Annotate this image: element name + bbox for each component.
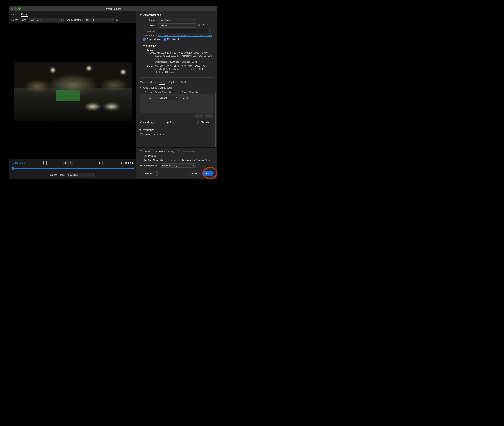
- import-preset-icon[interactable]: [202, 24, 205, 27]
- format-select[interactable]: QuickTime▼: [158, 18, 196, 22]
- output-name-link[interactable]: VID_2023_11_04_16_10_16_20231106144117_1…: [158, 34, 212, 37]
- chevron-down-icon: ▼: [193, 164, 194, 166]
- remove-stream-button[interactable]: -: [205, 114, 213, 118]
- close-window-icon[interactable]: [11, 7, 13, 10]
- time-interpolation-select[interactable]: Frame Sampling▼: [161, 163, 196, 168]
- bottom-options-panel: Use Maximum Render Quality Use Previews …: [136, 147, 217, 179]
- crop-icon[interactable]: [98, 161, 103, 165]
- source-range-label: Source Range:: [50, 174, 65, 176]
- settings-panel: Export Settings Format: QuickTime▼ Prese…: [136, 11, 217, 179]
- checkbox-icon: [140, 150, 142, 153]
- aspect-ratio-icon[interactable]: [116, 18, 120, 22]
- tab-captions[interactable]: Captions: [168, 81, 177, 85]
- max-render-quality-checkbox[interactable]: Use Maximum Render Quality: [140, 150, 176, 153]
- source-channels-value[interactable]: 1 - 4: [183, 97, 210, 99]
- stream-row: 1 4 Channels▼ 1 - 4: [141, 94, 213, 101]
- audio-is-ambisonics-checkbox[interactable]: Audio Is Ambisonics: [140, 133, 214, 136]
- out-point-icon[interactable]: [133, 168, 135, 170]
- source-rotation-label: Source Rotation:: [66, 19, 83, 21]
- chevron-down-icon: ▼: [92, 174, 94, 176]
- transport-bar: 00:00:00:00 Fit▼ 00:00:32:06: [9, 159, 136, 179]
- channel-layout-label: Channel Layout:: [140, 121, 157, 124]
- summary-header[interactable]: Summary: [143, 44, 214, 47]
- checkbox-icon: [140, 133, 143, 136]
- video-preview: [14, 62, 132, 121]
- col-source-channels: Source Channels: [182, 91, 212, 93]
- zoom-select[interactable]: Fit▼: [63, 161, 73, 165]
- window-title: Export Settings: [105, 7, 121, 10]
- radio-icon: [166, 121, 169, 123]
- checkbox-icon: [178, 159, 180, 162]
- chevron-down-icon: ▼: [61, 19, 62, 21]
- preset-label: Preset:: [140, 24, 157, 27]
- add-stream-button[interactable]: +: [195, 114, 203, 118]
- source-rotation-select[interactable]: None (0)▼: [85, 18, 114, 22]
- use-previews-checkbox: Use Previews: [178, 150, 195, 153]
- summary-source-label: Source:: [147, 65, 154, 67]
- comments-input[interactable]: [158, 29, 210, 33]
- chevron-down-icon: ▼: [111, 19, 113, 21]
- scrollbar[interactable]: [215, 23, 216, 144]
- preview-panel: Source Output Source Scaling: Scale To F…: [9, 11, 136, 179]
- tab-audio[interactable]: Audio: [159, 81, 165, 85]
- export-settings-header[interactable]: Export Settings: [140, 14, 214, 16]
- radio-discrete[interactable]: Discrete: [197, 121, 209, 124]
- step-back-icon[interactable]: [43, 162, 44, 164]
- audio-channel-config-header[interactable]: Audio Channel Configuration: [140, 86, 214, 89]
- comments-label: Comments:: [140, 30, 157, 32]
- cancel-button[interactable]: Cancel: [187, 171, 200, 176]
- save-preset-icon[interactable]: [198, 24, 200, 27]
- chevron-down-icon: ▼: [193, 24, 195, 26]
- export-settings-window: Export Settings Source Output Source Sca…: [9, 6, 217, 179]
- chevron-down-icon: ▼: [70, 162, 72, 164]
- timecode-end: 00:00:32:06: [121, 162, 134, 164]
- delete-preset-icon[interactable]: [206, 24, 209, 27]
- collapse-icon: [140, 14, 142, 16]
- tab-effects[interactable]: Effects: [140, 81, 146, 85]
- tab-video[interactable]: Video: [150, 81, 156, 85]
- radio-mono[interactable]: Mono: [166, 121, 176, 124]
- dialog-body: Source Output Source Scaling: Scale To F…: [9, 11, 217, 179]
- source-scaling-select[interactable]: Scale To Fit▼: [28, 18, 64, 22]
- preset-select[interactable]: Custom▼: [158, 23, 196, 28]
- metadata-button[interactable]: Metadata...: [140, 171, 158, 176]
- scaling-row: Source Scaling: Scale To Fit▼ Source Rot…: [9, 17, 136, 23]
- checkbox-icon: [143, 38, 146, 41]
- radio-icon: [197, 121, 199, 123]
- timecode-start[interactable]: 00:00:00:00: [12, 162, 25, 164]
- tab-publish[interactable]: Publish: [181, 81, 188, 85]
- playhead[interactable]: [12, 167, 14, 170]
- time-interpolation-label: Time Interpolation:: [140, 164, 159, 167]
- fullscreen-window-icon[interactable]: [18, 7, 21, 10]
- window-titlebar: Export Settings: [9, 6, 217, 11]
- source-scaling-label: Source Scaling:: [11, 19, 27, 21]
- preview-tabs: Source Output: [9, 11, 136, 17]
- minimize-window-icon[interactable]: [15, 7, 17, 10]
- set-start-timecode-checkbox[interactable]: Set Start Timecode 00:00:00:00: [140, 159, 176, 162]
- export-audio-checkbox[interactable]: Export Audio: [164, 38, 180, 41]
- collapse-icon: [143, 45, 145, 46]
- step-forward-icon[interactable]: [46, 162, 47, 164]
- checkbox-icon: [178, 150, 180, 153]
- export-video-checkbox[interactable]: Export Video: [143, 38, 160, 41]
- checkbox-icon: [164, 38, 166, 41]
- output-name-label: Output Name:: [140, 34, 157, 37]
- output-channels-select[interactable]: 4 Channels▼: [156, 96, 178, 100]
- ambisonics-header[interactable]: Ambisonics: [140, 129, 214, 131]
- chevron-down-icon: ▼: [193, 19, 195, 21]
- chevron-down-icon: ▼: [175, 97, 177, 99]
- render-alpha-checkbox[interactable]: Render Alpha Channel Only: [178, 159, 210, 162]
- use-proxies-checkbox[interactable]: Use Proxies: [140, 155, 156, 157]
- svg-rect-1: [118, 20, 119, 21]
- tab-source[interactable]: Source: [11, 13, 18, 17]
- source-range-select[interactable]: Entire Clip▼: [67, 173, 95, 177]
- svg-rect-5: [202, 24, 205, 26]
- ok-button[interactable]: OK: [202, 171, 214, 176]
- collapse-icon: [140, 87, 141, 88]
- format-label: Format:: [140, 19, 157, 21]
- tab-output[interactable]: Output: [21, 13, 28, 17]
- col-output-channels: Output Channels: [155, 91, 182, 93]
- stream-number: 1: [143, 97, 156, 99]
- timeline[interactable]: [12, 167, 134, 170]
- col-stream: Stream: [142, 91, 155, 93]
